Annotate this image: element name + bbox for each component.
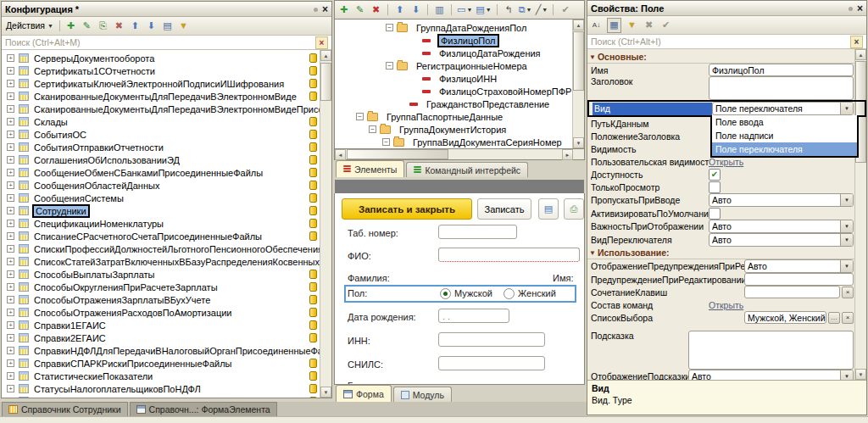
expand-icon[interactable]: + [7, 258, 14, 265]
tree-item[interactable]: +СпискиПрофессийДолжностейЛьготногоПенси… [2, 242, 331, 255]
move-down-icon[interactable]: ⬇ [409, 3, 422, 17]
property-row[interactable]: ОтображениеПодсказкиАвто▼ [587, 370, 866, 380]
property-value[interactable] [744, 273, 854, 286]
tree-item[interactable]: +СоглашенияОбИспользованииЭД [2, 153, 331, 166]
collapse-icon[interactable]: − [356, 113, 364, 120]
chevron-down-icon[interactable]: ▼ [840, 194, 853, 206]
property-value[interactable]: Открыть [709, 300, 854, 310]
expand-icon[interactable]: + [7, 169, 14, 176]
tab-number-input[interactable] [438, 225, 517, 239]
property-row[interactable]: СписокВыбораМужской, Женский…× [587, 311, 866, 324]
tree-item[interactable]: +Сертификаты1СОтчетности [2, 64, 331, 77]
add-icon[interactable]: ✚ [337, 3, 350, 17]
fio-input[interactable] [438, 248, 580, 262]
property-value[interactable]: Авто▼ [709, 220, 854, 233]
property-value[interactable] [688, 331, 854, 370]
expand-icon[interactable]: + [7, 105, 14, 113]
property-row[interactable]: Состав командОткрыть [587, 298, 866, 311]
tree-item[interactable]: +СправкиНДФЛДляПередачиВНалоговыйОрганПр… [2, 344, 331, 357]
categories-icon[interactable]: ▦ [607, 18, 621, 33]
expand-icon[interactable]: + [7, 309, 14, 316]
pin-icon[interactable] [849, 7, 853, 11]
property-value[interactable]: ✔ [709, 169, 854, 181]
move-down-icon[interactable]: ⬇ [145, 19, 158, 33]
tree-item[interactable]: +Сотрудники [2, 204, 331, 217]
property-value[interactable]: Открыть [709, 157, 854, 167]
clear-icon[interactable]: × [842, 287, 854, 298]
actions-menu-button[interactable]: Действия▼ [4, 19, 55, 33]
expand-icon[interactable]: + [7, 270, 14, 278]
inn-input[interactable] [438, 332, 545, 347]
tab-form[interactable]: Форма [336, 385, 392, 402]
left-tree-scrollbar[interactable]: ▲ ▼ [320, 50, 331, 398]
configuration-search[interactable]: Поиск (Ctrl+Alt+M) × [2, 36, 331, 50]
chevron-down-icon[interactable]: ▼ [840, 234, 853, 246]
filter-icon[interactable]: ▼ [177, 19, 190, 33]
chevron-down-icon[interactable]: ▼ [840, 370, 853, 380]
expand-icon[interactable]: + [7, 131, 14, 138]
pin-icon[interactable] [314, 8, 318, 12]
add-icon[interactable]: ✚ [64, 19, 77, 33]
property-row[interactable]: ИмяФизлицоПол [587, 64, 866, 76]
expand-icon[interactable]: + [7, 207, 14, 214]
expand-icon[interactable]: + [7, 334, 14, 342]
dropdown-option[interactable]: Поле ввода [712, 115, 857, 129]
tree-item[interactable]: +СобытияОтправкиОтчетности [2, 141, 331, 153]
property-value[interactable]: × [744, 286, 854, 298]
form-check-icon[interactable]: ▥ [433, 3, 446, 17]
tree-item[interactable]: +СтатусыНалогоплательщиковПоНДФЛ [2, 382, 331, 395]
list-view-icon[interactable]: ▤▼ [476, 3, 491, 17]
tree-item[interactable]: +СписокСтатейЗатратВключенныхВБазуРаспре… [2, 255, 331, 268]
form-element-row[interactable]: ФизлицоДатаРождения [335, 47, 584, 59]
property-row[interactable]: ВажностьПриОтображенииАвто▼ [587, 220, 866, 233]
tree-item[interactable]: +Справки1ЕГАИС [2, 319, 331, 331]
expand-icon[interactable]: + [7, 372, 14, 380]
property-value[interactable]: ФизлицоПол [709, 64, 854, 76]
property-value[interactable] [709, 208, 854, 220]
form-element-row[interactable]: −ГруппаДатаРожденияПол [335, 21, 584, 34]
form-element-row[interactable]: ФизлицоСтраховойНомерПФР [335, 85, 584, 97]
expand-icon[interactable]: + [7, 245, 14, 253]
chevron-down-icon[interactable]: ▼ [840, 260, 853, 272]
tree-item[interactable]: +СпособыОтраженияЗарплатыВБухУчете [2, 293, 331, 306]
tree-item[interactable]: +СправкиСПАРКРискиПрисоединенныеФайлы [2, 357, 331, 370]
close-icon[interactable]: × [857, 4, 863, 13]
birthdate-input[interactable]: . . [438, 309, 509, 323]
tree-item[interactable]: +СертификатыКлючейЭлектроннойПодписиИШиф… [2, 77, 331, 90]
expand-icon[interactable]: + [7, 347, 14, 354]
form-element-row[interactable]: −ГруппаПаспортныеДанные [335, 110, 584, 123]
property-row[interactable]: Подсказка [587, 331, 866, 370]
move-up-icon[interactable]: ⬆ [129, 19, 142, 33]
collapse-icon[interactable]: − [382, 138, 390, 146]
property-row[interactable]: ПропускатьПриВводеАвто▼ [587, 193, 866, 207]
expand-icon[interactable]: + [7, 321, 14, 329]
expand-icon[interactable]: + [7, 359, 14, 367]
tree-item[interactable]: +СобытияОС [2, 128, 331, 141]
tree-item[interactable]: +Склады [2, 115, 331, 128]
expand-icon[interactable]: + [7, 54, 14, 62]
checkbox[interactable] [709, 208, 721, 220]
tab-command-interface[interactable]: Командный интерфейс [406, 162, 528, 177]
expand-icon[interactable]: + [7, 143, 14, 151]
collapse-icon[interactable]: − [386, 62, 393, 70]
tab-elements[interactable]: Элементы [336, 160, 404, 177]
tab-module[interactable]: Модуль [393, 387, 452, 402]
expand-icon[interactable]: + [7, 156, 14, 164]
property-row[interactable]: ПредупреждениеПриРедактировании [587, 273, 866, 286]
property-row[interactable]: ВидПереключателяАвто▼ [587, 233, 866, 247]
property-value[interactable]: Авто▼ [709, 193, 854, 207]
expand-icon[interactable]: + [7, 92, 14, 100]
check-icon[interactable]: ✔ [559, 3, 571, 17]
tree-item[interactable]: +СпособыОкругленияПриРасчетеЗарплаты [2, 281, 331, 293]
collapse-icon[interactable]: − [386, 24, 393, 31]
expand-icon[interactable]: + [7, 385, 14, 392]
list-icon-button[interactable]: ▤ [538, 198, 559, 220]
expand-icon[interactable]: + [7, 181, 14, 189]
expand-icon[interactable]: + [7, 220, 14, 227]
open-link[interactable]: Открыть [709, 157, 743, 167]
checkbox[interactable]: ✔ [709, 169, 721, 181]
expand-icon[interactable]: + [7, 283, 14, 291]
close-icon[interactable]: × [322, 5, 328, 14]
dropdown-option[interactable]: Поле переключателя [712, 142, 857, 156]
property-row[interactable]: ОтображениеПредупрежденияПриРедак:Авто▼ [587, 259, 866, 273]
